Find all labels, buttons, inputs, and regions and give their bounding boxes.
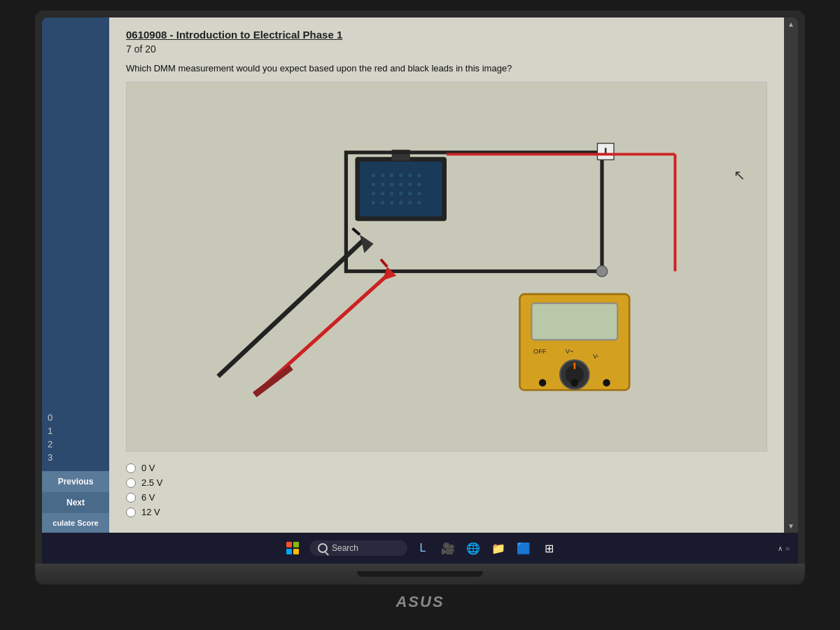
scroll-up-arrow[interactable]: ▲: [788, 20, 794, 28]
question-text: Which DMM measurement would you expect b…: [126, 63, 767, 74]
scroll-down-arrow[interactable]: ▼: [788, 522, 794, 530]
svg-point-25: [408, 201, 412, 204]
svg-point-9: [372, 183, 375, 186]
taskbar-icon-store[interactable]: 🟦: [514, 538, 533, 558]
svg-text:V-: V-: [593, 353, 599, 360]
svg-point-22: [381, 201, 384, 204]
taskbar-icon-edge[interactable]: 🌐: [463, 538, 483, 558]
svg-point-17: [390, 192, 393, 195]
progress-indicator: 7 of 20: [126, 43, 767, 55]
asus-logo: ASUS: [396, 593, 444, 611]
search-label: Search: [332, 543, 358, 553]
svg-text:OFF: OFF: [533, 348, 547, 355]
page-title: 0610908 - Introduction to Electrical Pha…: [126, 29, 767, 41]
taskbar-icon-grid[interactable]: ⊞: [539, 538, 559, 558]
main-content: 0610908 - Introduction to Electrical Pha…: [109, 18, 784, 533]
svg-point-20: [417, 192, 421, 195]
taskbar-center: Search L 🎥 🌐 📁 🟦 ⊞: [281, 537, 559, 559]
win-logo-yellow: [293, 549, 299, 554]
svg-point-26: [417, 201, 421, 204]
svg-rect-2: [360, 162, 442, 216]
radio-12v[interactable]: [126, 507, 136, 517]
svg-point-13: [408, 183, 412, 186]
svg-point-15: [372, 192, 375, 195]
sidebar: 0 1 2 3 Previous Next culate Score: [42, 18, 109, 533]
windows-start-button[interactable]: [281, 537, 304, 559]
svg-point-5: [390, 174, 393, 177]
notification-icon: ○: [785, 545, 790, 552]
taskbar-icon-camera[interactable]: 🎥: [438, 538, 458, 558]
svg-point-51: [571, 379, 578, 386]
answer-label-12v: 12 V: [141, 507, 160, 517]
search-icon: [318, 543, 328, 553]
svg-point-12: [399, 183, 402, 186]
sidebar-num-1: 1: [42, 424, 109, 438]
answer-option-12v[interactable]: 12 V: [126, 507, 767, 517]
screen-bezel: 0 1 2 3 Previous Next culate Score 06109…: [42, 18, 798, 564]
svg-point-6: [399, 174, 402, 177]
previous-button[interactable]: Previous: [42, 471, 109, 492]
win-logo-red: [286, 542, 292, 547]
taskbar: Search L 🎥 🌐 📁 🟦 ⊞ ∧ ○: [42, 533, 798, 564]
svg-point-24: [399, 201, 402, 204]
answer-choices: 0 V 2.5 V 6 V 12 V: [126, 458, 767, 522]
svg-point-7: [408, 174, 412, 177]
svg-point-19: [408, 192, 412, 195]
answer-option-6v[interactable]: 6 V: [126, 492, 767, 503]
answer-option-0v[interactable]: 0 V: [126, 463, 767, 473]
svg-point-34: [596, 266, 608, 277]
next-button[interactable]: Next: [42, 492, 109, 513]
win-logo-blue: [286, 549, 292, 554]
answer-option-2.5v[interactable]: 2.5 V: [126, 477, 767, 488]
svg-point-52: [603, 379, 610, 386]
svg-rect-43: [531, 303, 617, 340]
svg-point-18: [399, 192, 402, 195]
svg-point-16: [381, 192, 384, 195]
asus-logo-area: ASUS: [396, 584, 444, 620]
svg-point-10: [381, 183, 384, 186]
svg-point-14: [417, 183, 421, 186]
svg-point-50: [539, 379, 546, 386]
radio-6v[interactable]: [126, 493, 136, 503]
svg-point-23: [390, 201, 393, 204]
radio-0v[interactable]: [126, 463, 136, 473]
svg-text:V~: V~: [566, 348, 573, 355]
taskbar-right: ∧ ○: [778, 545, 790, 552]
laptop-notch: [357, 571, 483, 577]
sidebar-num-0: 0: [42, 411, 109, 424]
radio-2.5v[interactable]: [126, 478, 136, 488]
win-logo-green: [293, 542, 299, 547]
screen-content: 0 1 2 3 Previous Next culate Score 06109…: [42, 18, 798, 533]
answer-label-0v: 0 V: [141, 463, 155, 473]
right-scrollbar[interactable]: ▲ ▼: [784, 18, 798, 533]
sidebar-num-3: 3: [42, 451, 109, 464]
laptop-base: [35, 564, 805, 584]
svg-point-21: [372, 201, 375, 204]
search-bar[interactable]: Search: [309, 540, 407, 556]
answer-label-2.5v: 2.5 V: [141, 477, 162, 488]
svg-point-11: [390, 183, 393, 186]
svg-point-3: [372, 174, 375, 177]
calculate-score-button[interactable]: culate Score: [42, 513, 109, 533]
laptop-frame: 0 1 2 3 Previous Next culate Score 06109…: [35, 10, 805, 584]
taskbar-icon-l[interactable]: L: [413, 538, 433, 558]
circuit-image: OFF V~ V- ↖: [126, 82, 767, 451]
answer-label-6v: 6 V: [141, 492, 155, 503]
svg-point-4: [381, 174, 384, 177]
sidebar-numbers: 0 1 2 3: [42, 20, 109, 471]
windows-logo-icon: [286, 542, 299, 554]
svg-point-8: [417, 174, 421, 177]
sidebar-num-2: 2: [42, 438, 109, 451]
system-tray-expand[interactable]: ∧: [778, 545, 783, 552]
taskbar-icon-folder[interactable]: 📁: [489, 538, 508, 558]
